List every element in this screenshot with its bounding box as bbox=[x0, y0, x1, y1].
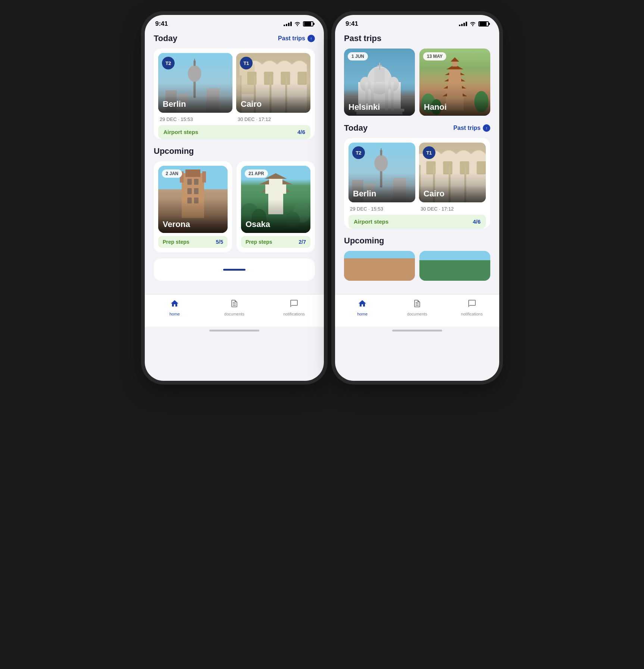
tab-home-2[interactable]: home bbox=[347, 299, 377, 316]
verona-card-wrapper[interactable]: 2 JAN Verona Prep steps 5/5 bbox=[154, 161, 232, 252]
verona-date-badge: 2 JAN bbox=[162, 169, 182, 178]
wifi-icon-1 bbox=[294, 21, 301, 27]
terminal-badge-berlin-2: T2 bbox=[352, 146, 365, 159]
osaka-city-label: Osaka bbox=[246, 220, 306, 229]
upcoming-partial-card-2[interactable] bbox=[419, 251, 490, 281]
osaka-prep-bar[interactable]: Prep steps 2/7 bbox=[241, 236, 310, 248]
upcoming-grid-1: 2 JAN Verona Prep steps 5/5 bbox=[154, 161, 315, 252]
hanoi-city-label: Hanoi bbox=[424, 102, 486, 112]
cairo-date-2: 30 DEC · 17:12 bbox=[419, 206, 486, 212]
home-icon-2 bbox=[358, 299, 367, 310]
arrow-up-icon-2: ↑ bbox=[483, 124, 490, 132]
content-1: Today Past trips ↑ bbox=[145, 30, 324, 288]
status-time-2: 9:41 bbox=[346, 20, 358, 28]
verona-prep-count: 5/5 bbox=[216, 239, 223, 245]
tab-home-label-1: home bbox=[169, 312, 180, 316]
berlin-city-label: Berlin bbox=[163, 99, 228, 109]
airport-steps-bar-1[interactable]: Airport steps 4/6 bbox=[158, 125, 310, 139]
airport-steps-bar-2[interactable]: Airport steps 4/6 bbox=[348, 215, 486, 228]
cairo-card-2[interactable]: T1 Cairo bbox=[419, 143, 486, 202]
signal-icon-1 bbox=[284, 22, 292, 26]
tab-bar-1: home documents notifications bbox=[145, 294, 324, 327]
pagination-dots-1 bbox=[223, 269, 246, 271]
cairo-city-label: Cairo bbox=[241, 99, 306, 109]
osaka-date-badge: 21 APR bbox=[245, 169, 268, 178]
past-trips-title-2: Past trips bbox=[344, 34, 381, 43]
helsinki-date-badge: 1 JUN bbox=[348, 52, 368, 60]
berlin-card-2[interactable]: T2 Berlin bbox=[348, 143, 415, 202]
cairo-card[interactable]: T1 Cairo bbox=[236, 53, 310, 113]
today-header-2: Today Past trips ↑ bbox=[344, 123, 490, 133]
today-trip-grid-1: T2 Berlin bbox=[154, 49, 315, 116]
status-icons-1 bbox=[284, 21, 313, 27]
verona-city-label: Verona bbox=[163, 220, 223, 229]
terminal-badge-cairo-2: T1 bbox=[423, 146, 435, 159]
helsinki-card[interactable]: 1 JUN Helsinki bbox=[344, 49, 415, 116]
past-trips-header-2: Past trips bbox=[344, 34, 490, 43]
tab-documents-2[interactable]: documents bbox=[402, 299, 432, 316]
notifications-icon-2 bbox=[468, 299, 476, 310]
past-trips-link-1[interactable]: Past trips ↑ bbox=[278, 35, 315, 42]
hanoi-card[interactable]: 13 MAY Hanoi bbox=[419, 49, 490, 116]
today-title-1: Today bbox=[154, 34, 177, 43]
signal-icon-2 bbox=[459, 22, 467, 26]
cairo-card-content: Cairo bbox=[236, 96, 310, 113]
status-bar-2: 9:41 bbox=[335, 15, 499, 30]
tab-home-1[interactable]: home bbox=[160, 299, 190, 316]
terminal-badge-cairo: T1 bbox=[240, 57, 253, 69]
hint-card-1[interactable] bbox=[154, 258, 315, 281]
today-section-2: Today Past trips ↑ bbox=[344, 123, 490, 228]
cairo-date: 30 DEC · 17:12 bbox=[236, 116, 310, 122]
steps-count-2: 4/6 bbox=[473, 218, 481, 225]
berlin-date-2: 29 DEC · 15:53 bbox=[348, 206, 415, 212]
upcoming-title-2: Upcoming bbox=[344, 236, 384, 246]
notifications-icon-1 bbox=[290, 299, 298, 310]
airport-steps-label-2: Airport steps bbox=[354, 218, 388, 225]
status-icons-2 bbox=[459, 21, 489, 27]
verona-card[interactable]: 2 JAN Verona bbox=[158, 166, 228, 233]
content-2: Past trips bbox=[335, 30, 499, 288]
today-header-1: Today Past trips ↑ bbox=[154, 34, 315, 43]
today-section-1: Today Past trips ↑ bbox=[154, 34, 315, 139]
berlin-card[interactable]: T2 Berlin bbox=[158, 53, 232, 113]
verona-prep-label: Prep steps bbox=[163, 239, 190, 245]
past-trips-link-2[interactable]: Past trips ↑ bbox=[453, 124, 490, 132]
battery-icon-2 bbox=[478, 21, 489, 27]
osaka-prep-count: 2/7 bbox=[299, 239, 306, 245]
tab-bar-2: home documents notifications bbox=[335, 294, 499, 327]
terminal-badge-berlin: T2 bbox=[162, 57, 175, 69]
trip-dates-2: 29 DEC · 15:53 30 DEC · 17:12 bbox=[344, 206, 490, 212]
osaka-card-wrapper[interactable]: 21 APR Osaka Prep steps 2/7 bbox=[237, 161, 315, 252]
berlin-card-content: Berlin bbox=[158, 96, 232, 113]
upcoming-partial-card-1[interactable] bbox=[344, 251, 415, 281]
today-title-2: Today bbox=[344, 123, 368, 133]
osaka-card[interactable]: 21 APR Osaka bbox=[241, 166, 310, 233]
svg-rect-98 bbox=[419, 260, 490, 281]
battery-icon-1 bbox=[303, 21, 313, 27]
tab-notifications-2[interactable]: notifications bbox=[457, 299, 487, 316]
tab-notifications-1[interactable]: notifications bbox=[279, 299, 309, 316]
verona-content: Verona bbox=[158, 216, 228, 233]
status-time-1: 9:41 bbox=[155, 20, 168, 28]
berlin-date: 29 DEC · 15:53 bbox=[158, 116, 232, 122]
svg-rect-96 bbox=[344, 258, 415, 281]
tab-notifications-label-2: notifications bbox=[461, 312, 483, 316]
today-card-2: T2 Berlin bbox=[344, 138, 490, 228]
tab-documents-label-1: documents bbox=[224, 312, 244, 316]
home-icon-1 bbox=[170, 299, 179, 310]
tab-notifications-label-1: notifications bbox=[283, 312, 305, 316]
tab-documents-1[interactable]: documents bbox=[219, 299, 249, 316]
verona-prep-bar[interactable]: Prep steps 5/5 bbox=[158, 236, 228, 248]
upcoming-section-1: Upcoming bbox=[154, 146, 315, 281]
hanoi-content: Hanoi bbox=[419, 99, 490, 116]
upcoming-section-2: Upcoming bbox=[344, 236, 490, 281]
airport-steps-label-1: Airport steps bbox=[163, 129, 198, 135]
home-indicator-2 bbox=[392, 330, 442, 332]
arrow-up-icon-1: ↑ bbox=[307, 35, 315, 42]
cairo-city-label-2: Cairo bbox=[423, 189, 481, 199]
berlin-card-content-2: Berlin bbox=[348, 185, 415, 202]
osaka-prep-label: Prep steps bbox=[246, 239, 272, 245]
helsinki-content: Helsinki bbox=[344, 99, 415, 116]
wifi-icon-2 bbox=[469, 21, 476, 27]
past-trips-label-2: Past trips bbox=[453, 125, 481, 131]
